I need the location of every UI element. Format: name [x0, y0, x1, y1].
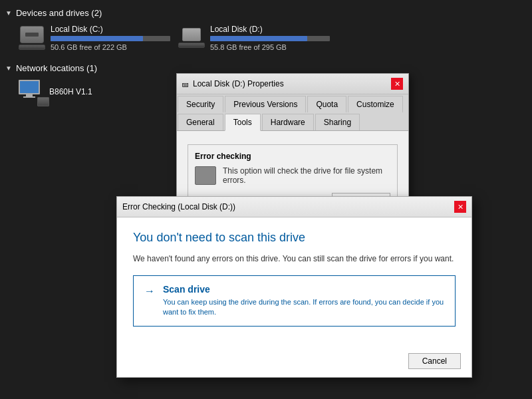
scan-arrow-icon: → — [144, 285, 155, 297]
drive-c-label: Local Disk (C:) — [51, 25, 170, 34]
network-drive-icon — [19, 80, 44, 104]
error-dialog-heading: You don't need to scan this drive — [133, 231, 456, 245]
drive-c-progress-fill — [51, 36, 143, 41]
properties-title-icon: 🖴 — [182, 80, 189, 88]
tab-sharing[interactable]: Sharing — [315, 114, 360, 130]
properties-close-button[interactable]: ✕ — [391, 78, 403, 90]
drive-d-item[interactable]: Local Disk (D:) 55.8 GB free of 295 GB — [178, 25, 330, 51]
drive-c-item[interactable]: Local Disk (C:) 50.6 GB free of 222 GB — [19, 25, 170, 51]
tab-hardware[interactable]: Hardware — [262, 114, 314, 130]
network-drive-label: B860H V1.1 — [49, 87, 92, 96]
network-section-label: Network locations (1) — [16, 63, 97, 73]
drive-d-label: Local Disk (D:) — [210, 25, 330, 34]
properties-tabs: Security Previous Versions Quota Customi… — [177, 94, 408, 131]
drive-c-base-icon — [19, 45, 45, 50]
error-checking-titlebar: Error Checking (Local Disk (D:)) ✕ — [117, 197, 471, 217]
error-checking-title: Error checking — [195, 152, 390, 161]
tab-tools[interactable]: Tools — [225, 114, 261, 131]
properties-titlebar: 🖴 Local Disk (D:) Properties ✕ — [177, 74, 408, 94]
properties-title-text: Local Disk (D:) Properties — [193, 79, 284, 88]
scan-option[interactable]: → Scan drive You can keep using the driv… — [133, 275, 456, 327]
tab-customize[interactable]: Customize — [348, 96, 403, 112]
error-checking-desc: This option will check the drive for fil… — [223, 166, 390, 185]
drive-d-progress-fill — [210, 36, 307, 41]
tab-security[interactable]: Security — [178, 96, 223, 112]
drive-d-space: 55.8 GB free of 295 GB — [210, 43, 330, 51]
error-checking-inner: This option will check the drive for fil… — [195, 166, 390, 185]
properties-title-left: 🖴 Local Disk (D:) Properties — [182, 79, 284, 88]
drive-d-icon — [182, 28, 201, 41]
network-chevron-icon: ▼ — [5, 65, 12, 72]
error-checking-hdd-icon — [195, 166, 216, 185]
devices-section-label: Devices and drives (2) — [16, 8, 102, 18]
error-checking-title-left: Error Checking (Local Disk (D:)) — [122, 202, 235, 211]
scan-title: Scan drive — [163, 284, 444, 295]
error-checking-title-text: Error Checking (Local Disk (D:)) — [122, 202, 235, 211]
devices-section-header[interactable]: ▼ Devices and drives (2) — [5, 5, 527, 21]
chevron-icon: ▼ — [5, 9, 12, 17]
drive-c-icon — [20, 26, 44, 43]
tab-general[interactable]: General — [178, 114, 223, 130]
scan-desc: You can keep using the drive during the … — [163, 297, 444, 318]
error-dialog-desc: We haven't found any errors on this driv… — [133, 253, 456, 265]
scan-option-content: Scan drive You can keep using the drive … — [163, 284, 444, 318]
drive-c-info: Local Disk (C:) 50.6 GB free of 222 GB — [51, 25, 170, 51]
tab-previous-versions[interactable]: Previous Versions — [225, 96, 306, 112]
tab-quota[interactable]: Quota — [307, 96, 346, 112]
error-checking-close-button[interactable]: ✕ — [454, 201, 466, 213]
drive-c-progress-container — [51, 36, 170, 41]
drive-d-progress-container — [210, 36, 330, 41]
drive-d-info: Local Disk (D:) 55.8 GB free of 295 GB — [210, 25, 330, 51]
error-cancel-button[interactable]: Cancel — [408, 353, 461, 369]
drive-d-base-icon — [178, 43, 205, 48]
error-dialog-footer: Cancel — [117, 348, 471, 377]
error-dialog-body: You don't need to scan this drive We hav… — [117, 217, 471, 348]
error-checking-dialog: Error Checking (Local Disk (D:)) ✕ You d… — [116, 196, 472, 378]
drive-c-space: 50.6 GB free of 222 GB — [51, 43, 170, 51]
drives-grid: Local Disk (C:) 50.6 GB free of 222 GB L… — [5, 21, 527, 55]
